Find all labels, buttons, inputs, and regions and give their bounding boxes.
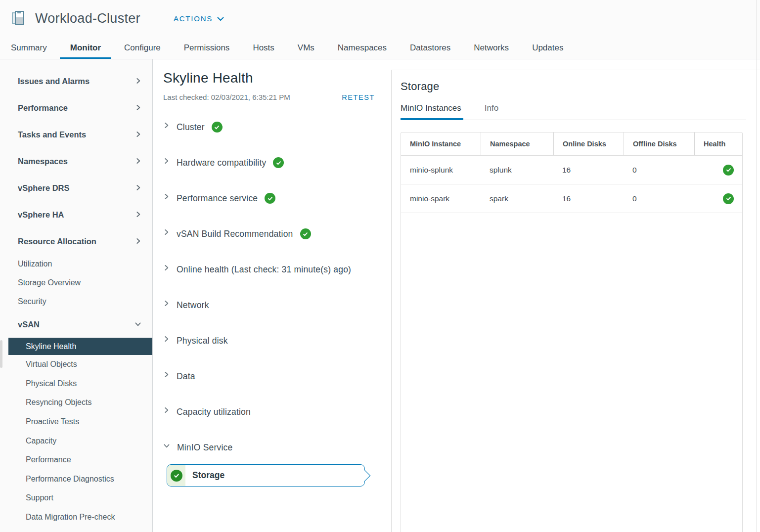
- tab-monitor[interactable]: Monitor: [70, 37, 101, 59]
- health-check-capacity-utilization[interactable]: Capacity utilization: [163, 403, 391, 421]
- tab-permissions[interactable]: Permissions: [184, 37, 230, 59]
- sidebar-item-proactive-tests[interactable]: Proactive Tests: [0, 412, 152, 432]
- health-check-network[interactable]: Network: [163, 296, 391, 314]
- cell-namespace: splunk: [481, 166, 553, 175]
- actions-button[interactable]: ACTIONS: [174, 14, 224, 23]
- sidebar-item-resource-allocation[interactable]: Resource Allocation: [0, 228, 152, 255]
- cell-offline-disks: 0: [624, 194, 694, 203]
- cell-offline-disks: 0: [624, 166, 694, 175]
- chevron-right-icon: [163, 122, 170, 131]
- health-check-data[interactable]: Data: [163, 367, 391, 385]
- check-circle-icon: [723, 193, 734, 204]
- chevron-down-icon: [217, 14, 224, 23]
- tab-minio-instances[interactable]: MinIO Instances: [401, 103, 461, 120]
- tab-namespaces[interactable]: Namespaces: [338, 37, 387, 59]
- sidebar-item-virtual-objects[interactable]: Virtual Objects: [0, 355, 152, 374]
- check-circle-icon: [265, 193, 275, 204]
- sidebar-item-capacity[interactable]: Capacity: [0, 431, 152, 450]
- tab-summary[interactable]: Summary: [11, 37, 47, 59]
- cell-health: [694, 165, 742, 176]
- cell-health: [694, 193, 742, 204]
- health-check-physical-disk[interactable]: Physical disk: [163, 332, 391, 350]
- storage-tab-bar: MinIO Instances Info: [401, 103, 746, 120]
- health-check-performance-service[interactable]: Performance service: [163, 189, 391, 207]
- chevron-right-icon: [135, 237, 141, 246]
- chevron-right-icon: [163, 371, 170, 380]
- skyline-health-panel: Skyline Health Last checked: 02/03/2021,…: [153, 59, 391, 532]
- monitor-sidebar: Issues and Alarms Performance Tasks and …: [0, 59, 153, 532]
- sidebar-item-vsan[interactable]: vSAN: [0, 311, 152, 338]
- minio-instances-table: MinIO Instance Namespace Online Disks Of…: [401, 132, 743, 532]
- sidebar-item-storage-overview[interactable]: Storage Overview: [0, 273, 152, 292]
- health-check-cluster[interactable]: Cluster: [163, 118, 391, 136]
- chevron-right-icon: [163, 193, 170, 202]
- check-circle-icon: [300, 228, 311, 239]
- cell-minio-instance: minio-splunk: [401, 166, 481, 175]
- sidebar-item-performance-vsan[interactable]: Performance: [0, 450, 152, 470]
- last-checked-text: Last checked: 02/03/2021, 6:35:21 PM: [163, 93, 290, 101]
- table-row[interactable]: minio-spark spark 16 0: [401, 184, 742, 213]
- health-check-storage-card[interactable]: Storage: [167, 464, 365, 487]
- retest-button[interactable]: RETEST: [342, 93, 375, 101]
- table-row[interactable]: minio-splunk splunk 16 0: [401, 156, 742, 184]
- chevron-right-icon: [163, 228, 170, 237]
- storage-card-label: Storage: [192, 470, 224, 481]
- sidebar-item-utilization[interactable]: Utilization: [0, 255, 152, 273]
- cell-online-disks: 16: [553, 194, 624, 203]
- sidebar-scrollbar-thumb[interactable]: [0, 340, 2, 368]
- sidebar-item-security[interactable]: Security: [0, 292, 152, 311]
- chevron-right-icon: [135, 130, 141, 139]
- chevron-right-icon: [163, 406, 170, 415]
- header-divider: [157, 10, 157, 27]
- sidebar-item-namespaces[interactable]: Namespaces: [0, 148, 152, 175]
- sidebar-item-data-migration-pre-check[interactable]: Data Migration Pre-check: [0, 508, 152, 527]
- table-header-row: MinIO Instance Namespace Online Disks Of…: [401, 133, 742, 156]
- chevron-right-icon: [163, 335, 170, 344]
- chevron-right-icon: [163, 157, 170, 166]
- sidebar-item-physical-disks[interactable]: Physical Disks: [0, 374, 152, 394]
- column-header-offline-disks: Offline Disks: [624, 133, 694, 155]
- chevron-right-icon: [135, 77, 141, 86]
- chevron-right-icon: [163, 300, 170, 309]
- tab-configure[interactable]: Configure: [124, 37, 161, 59]
- chevron-right-icon: [163, 264, 170, 273]
- skyline-health-title: Skyline Health: [163, 70, 391, 86]
- chevron-right-icon: [135, 157, 141, 166]
- sidebar-item-resyncing-objects[interactable]: Resyncing Objects: [0, 393, 152, 412]
- storage-panel-title: Storage: [401, 80, 746, 93]
- column-header-health: Health: [694, 133, 742, 155]
- health-check-online-health[interactable]: Online health (Last check: 31 minute(s) …: [163, 261, 391, 278]
- column-header-minio-instance: MinIO Instance: [401, 133, 481, 155]
- sidebar-item-vsphere-drs[interactable]: vSphere DRS: [0, 175, 152, 201]
- check-circle-icon: [212, 122, 223, 133]
- tab-networks[interactable]: Networks: [474, 37, 509, 59]
- chevron-right-icon: [135, 103, 141, 113]
- object-header: Workload-Cluster ACTIONS: [0, 0, 760, 37]
- chevron-right-icon: [135, 183, 141, 193]
- sidebar-item-performance[interactable]: Performance: [0, 94, 152, 121]
- health-check-vsan-build-recommendation[interactable]: vSAN Build Recommendation: [163, 225, 391, 243]
- entity-tab-bar: Summary Monitor Configure Permissions Ho…: [0, 37, 760, 59]
- tab-updates[interactable]: Updates: [532, 37, 563, 59]
- column-header-online-disks: Online Disks: [553, 133, 624, 155]
- tab-vms[interactable]: VMs: [298, 37, 314, 59]
- sidebar-item-tasks-and-events[interactable]: Tasks and Events: [0, 121, 152, 148]
- chevron-down-icon: [163, 442, 170, 451]
- sidebar-item-issues-and-alarms[interactable]: Issues and Alarms: [0, 68, 152, 94]
- sidebar-item-support[interactable]: Support: [0, 488, 152, 508]
- tab-info[interactable]: Info: [485, 103, 498, 120]
- cell-minio-instance: minio-spark: [401, 194, 481, 203]
- storage-detail-panel: Storage MinIO Instances Info MinIO Insta…: [391, 70, 760, 532]
- chevron-down-icon: [134, 320, 141, 329]
- tab-hosts[interactable]: Hosts: [253, 37, 274, 59]
- check-circle-icon: [723, 165, 734, 176]
- tab-datastores[interactable]: Datastores: [410, 37, 450, 59]
- sidebar-item-skyline-health[interactable]: Skyline Health: [8, 338, 152, 355]
- sidebar-item-performance-diagnostics[interactable]: Performance Diagnostics: [0, 470, 152, 489]
- cell-online-disks: 16: [553, 166, 624, 175]
- check-circle-icon: [273, 157, 284, 168]
- health-check-minio-service[interactable]: MinIO Service: [163, 439, 391, 456]
- check-circle-icon: [171, 470, 182, 482]
- sidebar-item-vsphere-ha[interactable]: vSphere HA: [0, 201, 152, 228]
- health-check-hardware-compatibility[interactable]: Hardware compatibility: [163, 154, 391, 172]
